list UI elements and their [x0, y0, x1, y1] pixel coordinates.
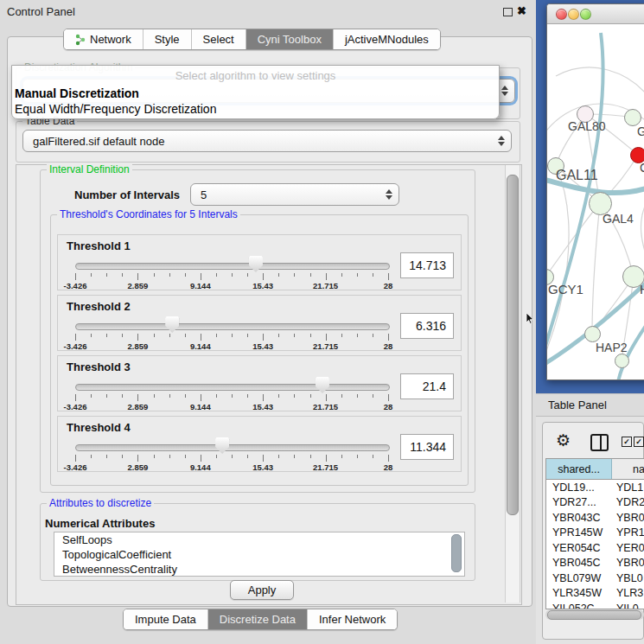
threshold-slider-track[interactable] — [75, 323, 390, 330]
table-row[interactable]: YBL079WYBL0 — [546, 571, 644, 586]
number-of-intervals-combobox[interactable]: 5 — [190, 183, 399, 206]
table-data-combobox[interactable]: galFiltered.sif default node — [22, 130, 512, 152]
threshold-value-field[interactable]: 11.344 — [400, 434, 454, 460]
slider-tick — [263, 394, 264, 401]
slider-scale: -3.4262.8599.14415.4321.71528 — [75, 455, 388, 471]
checkbox-icon[interactable]: ✓ — [634, 437, 644, 447]
slider-tick — [341, 273, 342, 277]
slider-tick — [232, 273, 233, 277]
threshold-slider-track[interactable] — [75, 384, 390, 391]
network-node[interactable] — [624, 109, 641, 126]
network-node[interactable] — [615, 354, 629, 368]
tab-impute-data[interactable]: Impute Data — [124, 609, 208, 629]
number-of-intervals-value: 5 — [201, 188, 207, 201]
numerical-attributes-list[interactable]: SelfLoopsTopologicalCoefficientBetweenne… — [54, 532, 465, 577]
horizontal-scrollbar-thumb[interactable] — [547, 610, 641, 620]
tab-cyni-toolbox[interactable]: Cyni Toolbox — [246, 29, 334, 49]
network-canvas[interactable]: GAL80 G C GAL11 GAL4 GCY1 H HAP2 — [547, 24, 644, 380]
column-header-name[interactable]: na — [612, 459, 644, 479]
slider-tick — [122, 455, 123, 458]
slider-tick-label: 15.43 — [252, 281, 273, 290]
slider-tick — [247, 455, 248, 458]
close-traffic-light[interactable] — [556, 9, 567, 20]
threshold-row: Threshold 3 -3.4262.8599.14415.4321.7152… — [57, 355, 462, 411]
table-row[interactable]: YDR27...YDR2 — [546, 495, 644, 511]
zoom-traffic-light[interactable] — [580, 9, 591, 20]
threshold-slider-track[interactable] — [75, 444, 390, 451]
thresholds-group-label: Threshold's Coordinates for 5 Intervals — [57, 209, 240, 220]
slider-tick — [326, 273, 327, 280]
threshold-value-field[interactable]: 21.4 — [400, 373, 454, 399]
split-columns-icon[interactable] — [590, 434, 609, 451]
threshold-row: Threshold 4 -3.4262.8599.14415.4321.7152… — [57, 416, 462, 472]
float-window-icon[interactable] — [503, 8, 513, 16]
tab-jactivemnodules[interactable]: jActiveMNodules — [334, 29, 440, 49]
checkbox-icon[interactable]: ✓ — [622, 437, 632, 447]
mouse-cursor — [526, 313, 534, 324]
tab-select[interactable]: Select — [192, 29, 246, 49]
table-row[interactable]: YPR145WYPR1 — [546, 526, 644, 541]
table-row[interactable]: YDL19...YDL1 — [546, 480, 644, 495]
node-label: GAL80 — [568, 119, 606, 133]
horizontal-scrollbar[interactable] — [545, 609, 644, 620]
numerical-attributes-heading: Numerical Attributes — [45, 517, 155, 530]
attribute-list-item[interactable]: BetweennessCentrality — [54, 562, 464, 577]
screen: Control Panel ✖ Network Style Select Cyn… — [0, 0, 644, 644]
node-label: G — [637, 124, 644, 138]
attribute-list-item[interactable]: TopologicalCoefficient — [54, 547, 464, 562]
slider-tick-label: 9.144 — [190, 462, 211, 472]
threshold-slider-thumb[interactable] — [165, 316, 179, 333]
table-row[interactable]: YER054CYER0 — [546, 540, 644, 556]
slider-tick — [341, 455, 342, 458]
slider-tick — [185, 273, 186, 277]
slider-tick — [232, 334, 233, 337]
cell-shared-name: YBR045C — [546, 557, 614, 569]
close-icon[interactable]: ✖ — [517, 4, 526, 17]
table-row[interactable]: YBR045CYBR0 — [546, 556, 644, 571]
tab-discretize-data[interactable]: Discretize Data — [208, 609, 308, 629]
apply-button[interactable]: Apply — [230, 580, 294, 600]
slider-tick — [201, 455, 201, 462]
node-attribute-table: shared... na YDL19...YDL1YDR27...YDR2YBR… — [545, 458, 644, 609]
tab-style[interactable]: Style — [143, 29, 192, 49]
threshold-slider-thumb[interactable] — [316, 377, 329, 393]
attribute-list-item[interactable]: SelfLoops — [54, 532, 464, 547]
attributes-group-label: Attributes to discretize — [47, 498, 154, 508]
vertical-scrollbar-thumb[interactable] — [507, 175, 519, 515]
slider-tick — [75, 273, 76, 280]
slider-tick — [169, 334, 170, 337]
table-row[interactable]: YBR043CYBR0 — [546, 510, 644, 526]
popup-item-equal-width-frequency[interactable]: Equal Width/Frequency Discretization — [15, 102, 216, 116]
cell-shared-name: YPR145W — [546, 526, 614, 539]
threshold-value-field[interactable]: 14.713 — [400, 252, 454, 278]
attributes-list-scrollbar-thumb[interactable] — [451, 534, 462, 572]
threshold-value-field[interactable]: 6.316 — [400, 313, 454, 339]
minimize-traffic-light[interactable] — [568, 9, 579, 20]
popup-item-manual-discretization[interactable]: Manual Discretization — [15, 86, 139, 100]
control-panel-tabs: Network Style Select Cyni Toolbox jActiv… — [63, 29, 441, 50]
apply-button-label: Apply — [248, 583, 277, 596]
tab-network[interactable]: Network — [64, 29, 143, 49]
slider-tick — [106, 394, 107, 398]
slider-tick — [310, 334, 311, 337]
threshold-slider-track[interactable] — [75, 263, 390, 270]
slider-tick — [357, 455, 358, 458]
threshold-slider-thumb[interactable] — [249, 256, 263, 272]
threshold-value: 6.316 — [416, 319, 446, 333]
threshold-slider-thumb[interactable] — [215, 437, 229, 454]
gear-icon[interactable]: ⚙ — [556, 433, 571, 449]
slider-tick-label: 28 — [384, 402, 393, 411]
slider-tick-label: 28 — [384, 341, 393, 351]
column-header-shared-name[interactable]: shared... — [546, 459, 612, 479]
slider-tick-label: 21.715 — [313, 462, 338, 472]
slider-tick — [91, 273, 92, 277]
table-row[interactable]: YLR345WYLR3 — [546, 586, 644, 602]
slider-tick-label: 15.43 — [252, 341, 273, 351]
network-window-titlebar[interactable] — [547, 4, 644, 24]
slider-tick — [310, 273, 311, 277]
tab-infer-network[interactable]: Infer Network — [308, 609, 397, 629]
table-row[interactable]: YIL052CYIL0 — [546, 601, 644, 609]
slider-tick — [263, 273, 264, 280]
cell-name: YLR3 — [614, 587, 643, 599]
slider-tick-label: -3.426 — [64, 402, 87, 411]
